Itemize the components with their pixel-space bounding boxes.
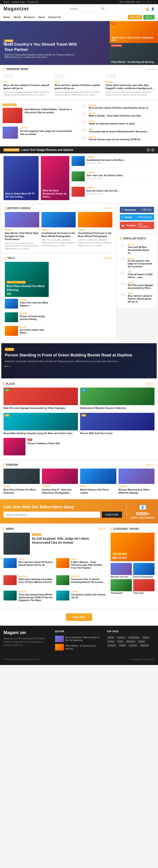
gadget-second-img: What the Best Restaurant Hacks for Home.…: [41, 156, 69, 200]
gadget-header: LATEST TECH Latest Tech Gadget Reviews a…: [0, 146, 158, 153]
card-1-title: 90-yr-old fan's ahead of Packers playoff…: [3, 84, 53, 90]
youtube-icon[interactable]: y: [151, 1, 152, 3]
top-bar-right: 20TH JANUARY 2022 f t in y r: [119, 1, 155, 3]
card-3-tag: National: [105, 81, 155, 83]
gadget-tag: LATEST TECH: [3, 148, 20, 151]
hero-next-button[interactable]: ›: [8, 40, 13, 45]
popular-4-info: Travel Red Place goes Signage documented…: [128, 282, 153, 289]
twitter-social[interactable]: t Twitter 2.2M Followers: [120, 214, 154, 220]
search-icon[interactable]: 🔍: [101, 7, 104, 10]
load-more-button[interactable]: Load More: [66, 613, 92, 621]
tag-science[interactable]: Science: [128, 644, 138, 647]
tag-world[interactable]: World: [107, 636, 115, 639]
tag-national[interactable]: National: [139, 644, 149, 647]
nav-home[interactable]: Home: [3, 1, 9, 3]
random-grid: PLACE Best Place Review For Mind Relaxin…: [3, 469, 155, 495]
search-input[interactable]: [70, 7, 101, 10]
hero-prev-button[interactable]: ‹: [2, 40, 7, 45]
editor-c2-tag: UPBEAT: [41, 229, 76, 231]
coll-4: Travel View: [133, 579, 155, 594]
bottom-main-title: Ex-CIA Engineer Tells Judge He's Been In…: [32, 536, 107, 545]
dot-2[interactable]: [7, 366, 8, 367]
facebook-icon[interactable]: f: [143, 1, 143, 3]
bell-icon[interactable]: 🔔: [146, 7, 149, 10]
tw-icon: t: [122, 216, 123, 219]
email-input[interactable]: [3, 512, 100, 518]
place-list: LISTED Cities First: And then What Happe…: [5, 299, 49, 338]
top-bar-links[interactable]: Home Sample Page Contact Us: [3, 1, 40, 3]
gadget-side-list: UPBEAT Gravitational Hurricane is the Mu…: [71, 156, 155, 200]
more-news-see-all[interactable]: SEE ALL: [146, 383, 155, 385]
nav-item-world[interactable]: World: [14, 13, 21, 21]
bs3-info: POLITICS States Eyes Allowing Concealed …: [19, 575, 55, 585]
coll-1-title: Welcome Year Run: [110, 576, 132, 578]
num-4-info: Tech Thousands date to streets following…: [89, 128, 156, 133]
place-featured-tag: EDITORS CHOICE: [7, 281, 26, 284]
footer-e2-img: [55, 644, 64, 651]
trending-numbers-grid: 201 Tech 90-yr-old fan's ahead of Packer…: [3, 73, 155, 96]
bottom-s3: POLITICS States Eyes Allowing Concealed …: [3, 575, 55, 587]
tag-food[interactable]: Food: [117, 640, 124, 643]
gadget-next-button[interactable]: ›: [151, 148, 155, 152]
newsletter-section: Lets Join With Our Subscribers Gang SUBS…: [0, 499, 158, 523]
tag-music[interactable]: Music: [142, 636, 150, 639]
random-see-all[interactable]: SEE ALL: [146, 464, 155, 466]
editors-left: Editor's Choice SEE ALL UPBEAT New World…: [1, 204, 116, 342]
gadget-s2-tag: UPBEAT: [87, 172, 155, 174]
nav-item-home[interactable]: Home: [3, 13, 10, 21]
dot-3[interactable]: [9, 366, 10, 367]
gadget-s2-date: January 20, 2022: [87, 177, 155, 180]
num-item-5: 06 Science How far Doctors says can be r…: [82, 134, 156, 143]
nav-item-business[interactable]: Business: [24, 13, 35, 21]
twitter-icon[interactable]: t: [145, 1, 146, 3]
nav-item-sport[interactable]: Sport: [38, 13, 44, 21]
yt-count: 1.5M Subscribers: [137, 223, 152, 228]
num-3-tag: Travel: [89, 120, 156, 122]
nav-contact[interactable]: Contact Us: [27, 1, 38, 3]
tag-health[interactable]: Health: [118, 644, 127, 647]
tag-technology[interactable]: Technology: [127, 636, 140, 639]
search-box[interactable]: 🔍: [68, 6, 106, 11]
dot-1[interactable]: [5, 366, 6, 367]
newsletter-subscribe-button[interactable]: SUBSCRIBE: [102, 512, 122, 518]
bs4-info: POLITICS Thousands Take To Streets Prote…: [71, 575, 107, 585]
coll-main-title: Mix Of Art: [113, 556, 153, 559]
num-1-title: 90-yr-old fan's ahead of Packers playoff…: [89, 106, 156, 109]
instagram-icon[interactable]: in: [148, 1, 149, 3]
dark-feature-block: PLACE Person Standing in Front of Green …: [1, 343, 157, 378]
bottom-news-left: News SEE ALL TRAVEL Ex-CIA Engineer Tell…: [3, 527, 107, 606]
mn-c2-badge: 5.9: [82, 389, 86, 391]
hero-top-badge: #1: [111, 22, 115, 25]
gadget-prev-button[interactable]: ‹: [147, 148, 150, 152]
youtube-social[interactable]: ▶ Youtube 1.5M Subscribers: [120, 222, 154, 229]
user-icon[interactable]: 👤: [151, 7, 155, 10]
bottom-s1: TECH 90-yr-old Fan's Street Of Packers p…: [3, 558, 55, 572]
tag-sports[interactable]: Sports: [137, 640, 146, 643]
bottom-news-see-all[interactable]: SEE ALL: [98, 528, 107, 530]
place-see-all[interactable]: SEE ALL: [103, 257, 113, 259]
random-card-4: FASHION Woman Wearing And Other Differen…: [119, 469, 155, 495]
tech-left: LATEST BEST New Workout of Mind Matter -…: [0, 100, 79, 145]
bs2-title: It Was 5 Minutes - Texas University Says…: [71, 561, 107, 569]
footer-desc: Maganizer is a Minimal WordPress Theme c…: [3, 637, 52, 647]
popular-5-title: 90-yr-old fan's ahead of Packers playoff…: [128, 294, 153, 303]
popular-1-tag: World: [128, 244, 153, 246]
bs2-info: TECH It Was 5 Minutes - Texas University…: [71, 558, 107, 570]
popular-1: 01 World Your Aunt 90 Most Recognizable …: [121, 242, 153, 256]
rss-icon[interactable]: r: [154, 1, 155, 3]
login-button[interactable]: Sign In: [143, 15, 155, 20]
fb-name: Facebook: [125, 209, 139, 211]
nav-item-contact[interactable]: Contact Us: [48, 13, 61, 21]
nav-sample[interactable]: Sample Page: [12, 1, 25, 3]
num-2-title: Make a mistake - Texas State University …: [89, 114, 156, 117]
tag-fashion[interactable]: Fashion: [116, 636, 126, 639]
top-bar: Home Sample Page Contact Us 20TH JANUARY…: [0, 0, 158, 4]
rc4-title: Woman Wearing And Other Different Signag…: [119, 488, 155, 494]
tag-business[interactable]: Business: [125, 640, 136, 643]
subscribe-button[interactable]: Subscribe: [128, 15, 142, 20]
editors-see-all[interactable]: SEE ALL: [103, 207, 113, 209]
mn-c4-title: Person With Full Face Cover: [80, 432, 155, 435]
tag-finance[interactable]: Finance: [107, 644, 117, 647]
facebook-social[interactable]: f Facebook 1.9M Likes: [120, 207, 154, 213]
tag-travel[interactable]: Travel: [107, 640, 115, 643]
